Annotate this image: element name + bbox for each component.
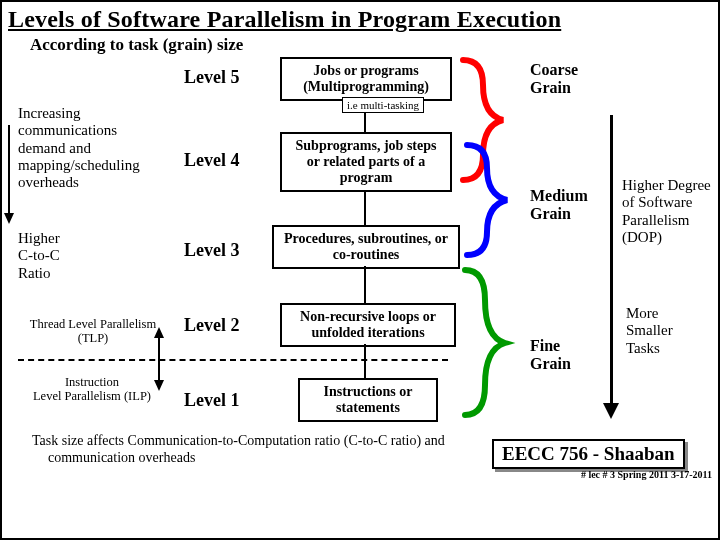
label-ilp: Instruction Level Parallelism (ILP) [22,375,162,404]
label-smaller-tasks: More Smaller Tasks [626,305,706,357]
label-fine-grain: Fine Grain [530,337,600,372]
note-multitasking: i.e multi-tasking [342,97,424,113]
course-box: EECC 756 - Shaaban [492,439,685,469]
level-5-label: Level 5 [184,67,240,88]
level-4-label: Level 4 [184,150,240,171]
label-ctoc-ratio: Higher C-to-C Ratio [18,230,118,282]
level-2-label: Level 2 [184,315,240,336]
box-level-3: Procedures, subroutines, or co-routines [272,225,460,269]
level-3-label: Level 3 [184,240,240,261]
box-level-4: Subprograms, job steps or related parts … [280,132,452,192]
right-arrow-line [610,115,613,405]
brace-medium-icon [462,140,512,260]
footer-text: # lec # 3 Spring 2011 3-17-2011 [472,469,712,480]
brace-fine-icon [460,265,510,420]
connector-5-4 [364,112,366,132]
right-arrow-head-icon [603,403,619,419]
label-increasing-overheads: Increasing communications demand and map… [18,105,168,191]
connector-4-3 [364,190,366,225]
note-task-size: Task size affects Communication-to-Compu… [26,433,456,467]
connector-2-1 [364,344,366,378]
box-level-1: Instructions or statements [298,378,438,422]
left-arrow-line [8,125,10,215]
connector-3-2 [364,266,366,303]
box-level-5: Jobs or programs (Multiprogramming) [280,57,452,101]
box-level-2: Non-recursive loops or unfolded iteratio… [280,303,456,347]
level-1-label: Level 1 [184,390,240,411]
diagram-area: Increasing communications demand and map… [2,55,718,485]
label-medium-grain: Medium Grain [530,187,610,222]
tlp-ilp-arrow-line [158,337,160,382]
slide-frame: Levels of Software Parallelism in Progra… [0,0,720,540]
slide-title: Levels of Software Parallelism in Progra… [2,2,718,33]
slide-subtitle: According to task (grain) size [2,33,718,55]
label-tlp: Thread Level Parallelism (TLP) [18,317,168,346]
label-coarse-grain: Coarse Grain [530,61,600,96]
label-dop: Higher Degree of Software Parallelism (D… [622,177,712,246]
tlp-ilp-arrow-down-icon [154,380,164,391]
tlp-ilp-divider [18,359,448,361]
left-arrow-head-icon [4,213,14,224]
